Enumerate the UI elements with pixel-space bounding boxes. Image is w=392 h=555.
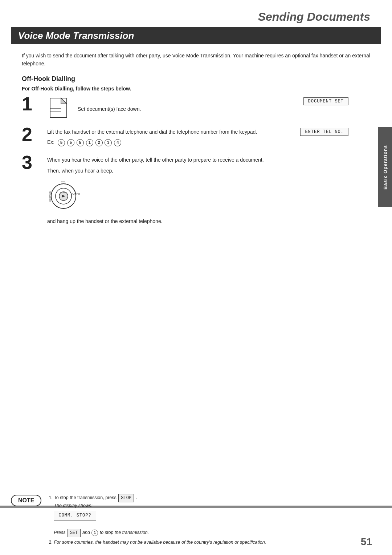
note-item-1: To stop the transmission, press STOP . T… — [54, 494, 266, 537]
section-title: Voice Mode Transmission — [18, 30, 374, 41]
note-content: To stop the transmission, press STOP . T… — [49, 494, 266, 548]
step-2-example: Ex: 5 5 5 1 2 3 4 — [47, 138, 370, 146]
note-2-text: For some countries, the handset may not … — [54, 540, 266, 545]
note-1-and: and — [82, 530, 91, 535]
note-item-2: For some countries, the handset may not … — [54, 539, 266, 546]
and-hang-up-text: and hang up the handset or the external … — [47, 217, 370, 225]
main-content: If you wish to send the document after t… — [0, 44, 392, 241]
start-dial-icon: START DIAL DIRECTORY FUNCTION — [47, 179, 80, 211]
ex-3: 3 — [105, 139, 112, 146]
svg-text:START: START — [60, 191, 67, 194]
step-3-content: When you hear the voice of the other par… — [47, 156, 370, 228]
step-3-text1: When you hear the voice of the other par… — [47, 156, 370, 164]
ex-5a: 5 — [58, 139, 65, 146]
step-1-text: Set document(s) face down. — [78, 105, 141, 113]
subsection-title: Off-Hook Dialling — [22, 75, 370, 83]
ex-1: 1 — [86, 139, 93, 146]
page-container: Basic Operations Sending Documents Voice… — [0, 0, 392, 555]
step-2-row: 2 Lift the fax handset or the external t… — [22, 128, 370, 149]
lcd-document-set: DOCUMENT SET — [303, 97, 348, 105]
ex-5b: 5 — [67, 139, 74, 146]
note-list: To stop the transmission, press STOP . T… — [49, 494, 266, 546]
step-1-number: 1 — [22, 94, 44, 113]
step-3-number: 3 — [22, 153, 44, 172]
circled-1-note: 1 — [91, 530, 98, 536]
note-1-period: . — [136, 495, 137, 500]
step-3-text2: Then, when you hear a beep, — [47, 167, 370, 175]
note-1-press-set: Press — [54, 530, 66, 535]
note-1-subtext: The display shows: — [54, 503, 92, 508]
svg-text:FUNCTION: FUNCTION — [72, 193, 80, 195]
step-1-row: 1 Set document(s) face down. — [22, 97, 370, 122]
sidebar-tab-label: Basic Operations — [383, 145, 388, 190]
svg-text:DIAL: DIAL — [61, 181, 66, 183]
step-2-number: 2 — [22, 125, 44, 144]
lcd-enter-tel-no: ENTER TEL NO. — [300, 128, 348, 136]
ex-2: 2 — [95, 139, 103, 146]
page-number: 51 — [361, 536, 372, 548]
ex-4: 4 — [114, 139, 121, 146]
note-badge: NOTE — [11, 495, 41, 506]
note-1-stop-text: to stop the transmission. — [100, 530, 149, 535]
note-1-text: To stop the transmission, press — [54, 495, 118, 500]
page-title: Sending Documents — [0, 0, 392, 27]
stop-button-display: STOP — [118, 494, 134, 502]
ex-5c: 5 — [77, 139, 84, 146]
dial-container: START DIAL DIRECTORY FUNCTION — [47, 179, 370, 214]
section-title-bar: Voice Mode Transmission — [11, 27, 381, 44]
document-icon — [47, 97, 73, 119]
lcd-comm-stop: COMM. STOP? — [54, 511, 96, 520]
intro-text: If you wish to send the document after t… — [22, 52, 370, 68]
sidebar-tab: Basic Operations — [378, 127, 392, 207]
set-button-display: SET — [68, 529, 81, 537]
note-section: NOTE To stop the transmission, press STO… — [11, 494, 374, 548]
svg-text:DIRECTORY: DIRECTORY — [49, 190, 51, 201]
bold-instruction: For Off-Hook Dialling, follow the steps … — [22, 86, 370, 92]
step-3-row: 3 When you hear the voice of the other p… — [22, 156, 370, 228]
steps-area: 1 Set document(s) face down. — [22, 97, 370, 234]
